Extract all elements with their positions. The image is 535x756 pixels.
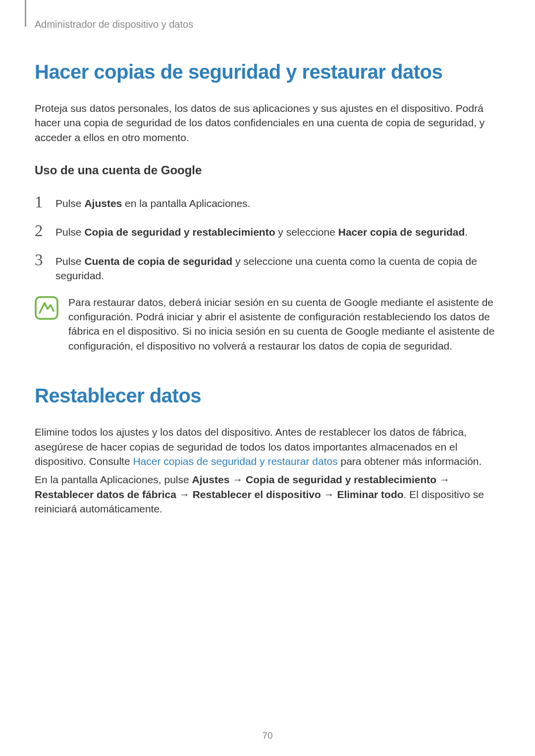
text: y seleccione — [275, 226, 338, 238]
step-content: Pulse Ajustes en la pantalla Aplicacione… — [55, 193, 250, 210]
bold-text: Copia de seguridad y restablecimiento — [246, 474, 436, 485]
note-text: Para restaurar datos, deberá iniciar ses… — [68, 295, 500, 353]
link-backup-restore[interactable]: Hacer copias de seguridad y restaurar da… — [133, 455, 337, 467]
text: en la pantalla Aplicaciones. — [122, 198, 250, 209]
section-title-backup: Hacer copias de seguridad y restaurar da… — [35, 61, 500, 83]
bold-text: Hacer copia de seguridad — [338, 226, 465, 238]
reset-paragraph-2: En la pantalla Aplicaciones, pulse Ajust… — [35, 472, 500, 516]
arrow-icon: → — [436, 474, 450, 485]
text: En la pantalla Aplicaciones, pulse — [35, 474, 192, 485]
arrow-icon: → — [321, 489, 337, 500]
header-mark — [25, 0, 26, 27]
step-2: 2 Pulse Copia de seguridad y restablecim… — [35, 222, 500, 240]
section-title-reset: Restablecer datos — [35, 385, 500, 407]
page-number: 70 — [0, 730, 535, 741]
step-3: 3 Pulse Cuenta de copia de seguridad y s… — [35, 251, 500, 283]
bold-text: Restablecer datos de fábrica — [35, 489, 176, 500]
arrow-icon: → — [229, 474, 246, 485]
bold-text: Eliminar todo — [337, 489, 403, 500]
bold-text: Ajustes — [84, 198, 122, 209]
bold-text: Cuenta de copia de seguridad — [84, 255, 232, 267]
step-1: 1 Pulse Ajustes en la pantalla Aplicacio… — [35, 193, 500, 211]
text: Pulse — [55, 255, 84, 267]
steps-list: 1 Pulse Ajustes en la pantalla Aplicacio… — [35, 193, 500, 283]
breadcrumb: Administrador de dispositivo y datos — [35, 19, 500, 30]
intro-paragraph: Proteja sus datos personales, los datos … — [35, 101, 500, 145]
step-number: 2 — [35, 222, 55, 240]
step-number: 3 — [35, 251, 55, 269]
arrow-icon: → — [176, 489, 193, 500]
step-number: 1 — [35, 193, 55, 211]
text: para obtener más información. — [338, 455, 482, 467]
reset-paragraph-1: Elimine todos los ajustes y los datos de… — [35, 425, 500, 468]
text: . — [465, 226, 468, 238]
bold-text: Copia de seguridad y restablecimiento — [84, 226, 275, 238]
note-icon — [35, 296, 58, 320]
text: Pulse — [55, 226, 84, 238]
page-content: Administrador de dispositivo y datos Hac… — [0, 0, 535, 540]
subheading-google: Uso de una cuenta de Google — [35, 163, 500, 177]
bold-text: Ajustes — [192, 474, 230, 485]
step-content: Pulse Copia de seguridad y restablecimie… — [55, 222, 468, 239]
step-content: Pulse Cuenta de copia de seguridad y sel… — [55, 251, 500, 283]
note-block: Para restaurar datos, deberá iniciar ses… — [35, 295, 500, 353]
text: Pulse — [55, 198, 84, 209]
bold-text: Restablecer el dispositivo — [193, 489, 321, 500]
